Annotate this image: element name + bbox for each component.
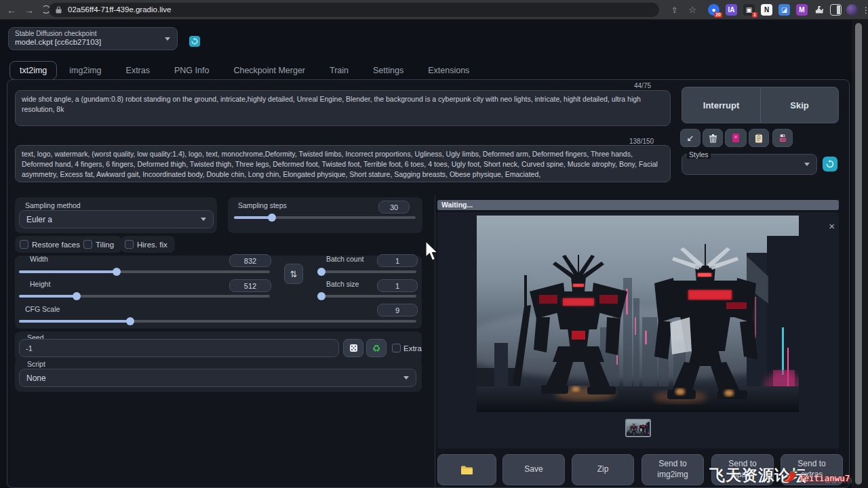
prompt-counter: 44/75: [634, 82, 651, 89]
kebab-menu-icon[interactable]: ⋮: [860, 4, 868, 16]
refresh-icon: [826, 160, 834, 168]
browser-toolbar: ← → 02a56ff4-71ff-439e.gradio.live ⇪ ☆ ●…: [0, 0, 868, 20]
progress-bar: Waiting...: [437, 200, 839, 210]
save-button[interactable]: Save: [502, 454, 565, 485]
send-to-img2img-button[interactable]: Send to img2img: [642, 454, 704, 485]
floppy-icon: [778, 134, 787, 142]
skip-button[interactable]: Skip: [761, 87, 839, 123]
chevron-down-icon: [804, 163, 810, 166]
forward-icon[interactable]: →: [23, 4, 35, 16]
puzzle-extensions-icon[interactable]: [814, 4, 825, 16]
main-tabbar: txt2img img2img Extras PNG Info Checkpoi…: [9, 61, 481, 80]
sampling-method-dropdown[interactable]: Euler a: [19, 210, 214, 228]
width-value[interactable]: 832: [229, 254, 271, 267]
clear-prompt-button[interactable]: [703, 129, 723, 147]
dice-icon: [349, 344, 358, 352]
batch-size-slider[interactable]: [317, 295, 416, 298]
hires-fix-label: Hires. fix: [137, 241, 167, 249]
reuse-seed-button[interactable]: ♻: [366, 339, 387, 357]
tab-extras[interactable]: Extras: [114, 62, 162, 79]
column-divider: [435, 195, 435, 487]
profile-avatar[interactable]: [846, 4, 858, 16]
width-slider[interactable]: [19, 270, 270, 273]
batch-count-label: Batch count: [326, 255, 363, 263]
mouse-cursor: [425, 241, 440, 262]
monica-extension-icon[interactable]: M: [796, 4, 808, 16]
lock-icon: [56, 6, 62, 14]
styles-refresh-button[interactable]: [823, 157, 837, 171]
sampling-steps-label: Sampling steps: [238, 201, 287, 209]
styles-label: Styles: [687, 150, 711, 159]
seed-input[interactable]: -1: [19, 339, 339, 357]
save-style-button[interactable]: [772, 129, 793, 147]
batch-count-slider[interactable]: [317, 270, 416, 273]
hires-fix-checkbox[interactable]: [125, 240, 134, 249]
batch-size-value[interactable]: 1: [377, 279, 418, 292]
sampling-method-value: Euler a: [26, 215, 52, 224]
pin-extension-icon[interactable]: ● 20: [708, 4, 719, 16]
clipboard-icon: [755, 134, 763, 143]
camera-extension-icon[interactable]: ▣ 1: [743, 4, 755, 16]
batch-count-value[interactable]: 1: [377, 254, 418, 267]
card-icon: [731, 133, 741, 143]
url-text: 02a56ff4-71ff-439e.gradio.live: [68, 3, 171, 17]
negative-prompt-counter: 138/150: [629, 138, 654, 145]
extra-networks-button[interactable]: [725, 129, 747, 147]
tab-train[interactable]: Train: [317, 62, 361, 79]
checkpoint-dropdown[interactable]: Stable Diffusion checkpoint model.ckpt […: [8, 27, 178, 50]
interrupt-button[interactable]: Interrupt: [682, 87, 761, 123]
seed-extra-checkbox[interactable]: [392, 344, 401, 352]
width-label: Width: [30, 255, 48, 263]
paste-prompt-button[interactable]: ↙: [680, 129, 701, 147]
restore-faces-checkbox[interactable]: [20, 240, 28, 249]
bookmark-star-icon[interactable]: ☆: [686, 4, 698, 16]
generated-image[interactable]: [477, 216, 799, 412]
tab-settings[interactable]: Settings: [361, 62, 416, 79]
image-extension-icon[interactable]: ◪: [778, 4, 790, 16]
checkpoint-value: model.ckpt [cc6cb27103]: [15, 38, 101, 46]
checkpoint-refresh-button[interactable]: [189, 36, 200, 47]
arrow-paste-icon: ↙: [687, 133, 694, 143]
folder-icon: [460, 465, 473, 475]
back-icon[interactable]: ←: [5, 4, 18, 16]
random-seed-button[interactable]: [343, 339, 363, 357]
notion-extension-icon[interactable]: N: [761, 4, 772, 16]
script-dropdown[interactable]: None: [19, 369, 416, 387]
swap-icon: ⇅: [290, 269, 298, 279]
tab-extensions[interactable]: Extensions: [416, 62, 481, 79]
chili-icon: [781, 468, 799, 484]
prompt-input[interactable]: wide shot angle, a (gundam:0.8) robot st…: [15, 90, 671, 126]
camera-badge: 1: [752, 12, 757, 18]
cfg-scale-slider[interactable]: [19, 320, 416, 323]
chevron-down-icon: [165, 37, 170, 41]
recycle-icon: ♻: [372, 343, 381, 354]
negative-prompt-input[interactable]: text, logo, watermark, (worst quality, l…: [15, 145, 671, 182]
cfg-scale-value[interactable]: 9: [377, 304, 418, 317]
apply-style-button[interactable]: [749, 129, 769, 147]
address-bar[interactable]: 02a56ff4-71ff-439e.gradio.live: [49, 3, 659, 17]
refresh-icon: [191, 38, 198, 45]
gallery-thumbnail[interactable]: [625, 419, 651, 437]
seed-extra-label: Extra: [403, 344, 422, 352]
zip-button[interactable]: Zip: [572, 454, 634, 485]
sampling-steps-value[interactable]: 30: [378, 201, 410, 214]
sampling-steps-slider[interactable]: [234, 216, 416, 219]
ia-extension-icon[interactable]: IA: [726, 4, 737, 16]
sampling-method-label: Sampling method: [25, 201, 81, 209]
swap-dimensions-button[interactable]: ⇅: [284, 264, 303, 284]
tab-checkpoint-merger[interactable]: Checkpoint Merger: [221, 62, 317, 79]
sidepanel-icon[interactable]: [830, 4, 842, 16]
tab-png-info[interactable]: PNG Info: [162, 62, 221, 79]
restore-faces-label: Restore faces: [32, 241, 80, 249]
cfg-scale-label: CFG Scale: [25, 305, 60, 313]
height-slider[interactable]: [19, 295, 270, 298]
share-icon[interactable]: ⇪: [669, 4, 681, 16]
tab-txt2img[interactable]: txt2img: [9, 61, 57, 80]
height-value[interactable]: 512: [229, 279, 271, 292]
scrollbar-thumb[interactable]: [855, 23, 862, 485]
tiling-checkbox[interactable]: [83, 240, 92, 249]
tab-img2img[interactable]: img2img: [57, 62, 113, 79]
open-folder-button[interactable]: [437, 454, 496, 485]
close-icon[interactable]: ×: [829, 220, 835, 232]
chevron-down-icon: [201, 218, 206, 221]
